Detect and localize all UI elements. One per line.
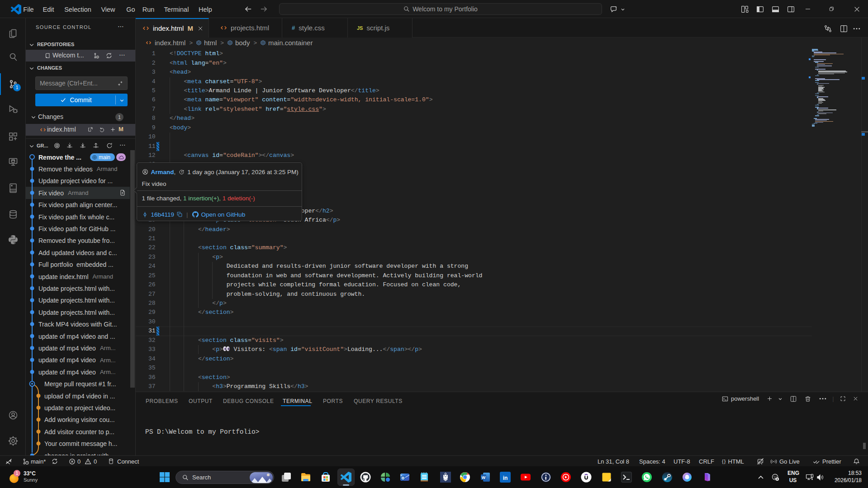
- svg-text:in: in: [503, 475, 508, 481]
- svg-text:W: W: [482, 475, 486, 480]
